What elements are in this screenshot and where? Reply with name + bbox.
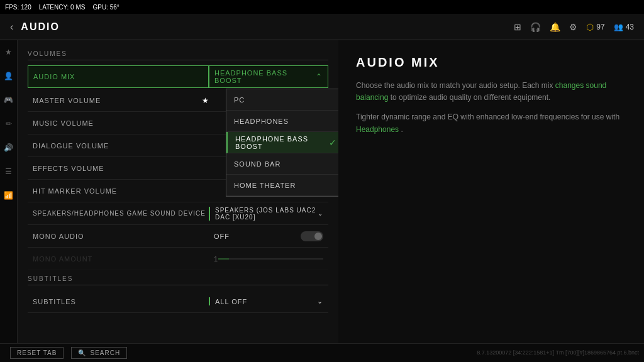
group-badge: 👥 43 xyxy=(614,23,634,31)
subtitles-section: SUBTITLES SUBTITLES ALL OFF ⌄ xyxy=(28,275,328,313)
mono-amount-label: MONO AMOUNT xyxy=(28,255,209,263)
battle-level: 97 xyxy=(596,23,604,31)
slider-fill xyxy=(218,258,229,260)
info-panel: AUDIO MIX Choose the audio mix to match … xyxy=(338,40,644,343)
mono-amount-slider[interactable] xyxy=(218,258,323,260)
gpu-stat: GPU: 56° xyxy=(92,4,119,11)
info-description-2: Tighter dynamic range and EQ with enhanc… xyxy=(356,111,626,135)
search-label: SEARCH xyxy=(90,349,120,356)
mono-audio-label: MONO AUDIO xyxy=(28,233,209,240)
sidebar-icon-list[interactable]: ☰ xyxy=(3,165,14,178)
info-link-2[interactable]: Headphones xyxy=(356,125,399,134)
music-volume-label: MUSIC VOLUME xyxy=(28,119,209,127)
sidebar-icons: ★ 👤 🎮 ✏ 🔊 ☰ 📶 xyxy=(0,40,18,343)
master-volume-star[interactable]: ★ xyxy=(202,96,209,105)
chevron-up-icon: ⌃ xyxy=(316,72,323,81)
selected-checkmark: ✓ xyxy=(329,138,337,148)
mono-amount-value: 1 xyxy=(209,255,328,263)
toggle-knob xyxy=(314,233,322,240)
notification-icon[interactable]: 🔔 xyxy=(550,22,560,32)
version-bar: 8.7.13200072 [34:222:1581+1] Tm [700][#]… xyxy=(472,343,644,362)
subtitles-value[interactable]: ALL OFF ⌄ xyxy=(209,297,328,305)
search-button[interactable]: 🔍 SEARCH xyxy=(71,347,127,359)
mono-amount-row[interactable]: MONO AMOUNT 1 xyxy=(28,248,328,270)
audio-mix-dropdown[interactable]: PC HEADPHONES HEADPHONE BASS BOOST ✓ SOU… xyxy=(226,89,338,197)
dropdown-item-headphones[interactable]: HEADPHONES xyxy=(226,111,338,132)
subtitles-label: SUBTITLES xyxy=(28,298,209,305)
info-description-1: Choose the audio mix to match your audio… xyxy=(356,80,626,104)
mono-audio-text: OFF xyxy=(214,233,230,240)
dropdown-item-headphone-bass-boost[interactable]: HEADPHONE BASS BOOST ✓ xyxy=(226,132,338,153)
sound-device-value[interactable]: SPEAKERS (JOS LABS UAC2 DAC [XU20] ⌄ xyxy=(209,207,328,221)
sound-device-chevron: ⌄ xyxy=(318,210,323,217)
battle-pass-badge: ⬡ 97 xyxy=(586,22,604,32)
subtitles-text: ALL OFF xyxy=(215,298,247,305)
group-icon: 👥 xyxy=(614,23,623,31)
subtitles-chevron: ⌄ xyxy=(317,297,323,305)
mono-audio-value: OFF xyxy=(209,231,328,241)
dropdown-item-sound-bar[interactable]: SOUND BAR xyxy=(226,153,338,175)
effects-volume-label: EFFECTS VOLUME xyxy=(28,165,209,172)
audio-mix-label: AUDIO MIX xyxy=(28,73,208,80)
audio-mix-row[interactable]: AUDIO MIX HEADPHONE BASS BOOST ⌃ PC HEAD… xyxy=(28,65,328,88)
battle-pass-icon: ⬡ xyxy=(586,22,594,32)
mono-amount-number: 1 xyxy=(214,255,218,263)
hit-marker-volume-label: HIT MARKER VOLUME xyxy=(28,187,209,195)
sound-device-text: SPEAKERS (JOS LABS UAC2 DAC [XU20] xyxy=(215,207,318,221)
topbar: FPS: 120 LATENCY: 0 MS GPU: 56° xyxy=(0,0,644,14)
dropdown-item-home-theater[interactable]: HOME THEATER xyxy=(226,175,338,196)
audio-mix-selected: HEADPHONE BASS BOOST xyxy=(214,69,316,84)
subtitles-section-label: SUBTITLES xyxy=(28,275,328,285)
reset-tab-button[interactable]: RESET TAB xyxy=(10,347,64,359)
mono-audio-row[interactable]: MONO AUDIO OFF xyxy=(28,225,328,248)
subtitles-row[interactable]: SUBTITLES ALL OFF ⌄ xyxy=(28,290,328,313)
headphone-icon[interactable]: 🎧 xyxy=(530,22,541,32)
sound-device-row[interactable]: SPEAKERS/HEADPHONES GAME SOUND DEVICE SP… xyxy=(28,202,328,225)
grid-icon[interactable]: ⊞ xyxy=(514,22,521,32)
header: ‹ AUDIO ⊞ 🎧 🔔 ⚙ ⬡ 97 👥 43 xyxy=(0,14,644,40)
sidebar-icon-controller[interactable]: 🎮 xyxy=(1,93,16,107)
sidebar-icon-star[interactable]: ★ xyxy=(3,45,14,59)
back-button[interactable]: ‹ xyxy=(10,21,13,33)
reset-tab-label: RESET TAB xyxy=(17,349,57,356)
dropdown-item-pc[interactable]: PC xyxy=(226,89,338,111)
sidebar-icon-speaker[interactable]: 🔊 xyxy=(1,141,16,155)
search-icon: 🔍 xyxy=(78,349,86,356)
audio-mix-value[interactable]: HEADPHONE BASS BOOST ⌃ xyxy=(208,66,328,87)
group-count: 43 xyxy=(626,23,634,31)
info-title: AUDIO MIX xyxy=(356,55,626,70)
sidebar-icon-person[interactable]: 👤 xyxy=(1,69,16,83)
fps-stat: FPS: 120 xyxy=(5,4,31,11)
settings-panel: VOLUMES AUDIO MIX HEADPHONE BASS BOOST ⌃… xyxy=(18,40,338,343)
master-volume-label: MASTER VOLUME xyxy=(28,97,202,104)
volumes-section-label: VOLUMES xyxy=(28,50,328,60)
sidebar-icon-edit[interactable]: ✏ xyxy=(3,117,14,131)
sidebar-icon-signal[interactable]: 📶 xyxy=(1,189,16,202)
sound-device-label: SPEAKERS/HEADPHONES GAME SOUND DEVICE xyxy=(28,210,209,217)
mono-audio-toggle[interactable] xyxy=(301,231,323,241)
latency-stat: LATENCY: 0 MS xyxy=(39,4,86,11)
main-layout: ★ 👤 🎮 ✏ 🔊 ☰ 📶 VOLUMES AUDIO MIX HEADPHON… xyxy=(0,40,644,343)
dialogue-volume-label: DIALOGUE VOLUME xyxy=(28,142,209,150)
version-text: 8.7.13200072 [34:222:1581+1] Tm [700][#]… xyxy=(477,349,639,356)
settings-icon[interactable]: ⚙ xyxy=(569,22,577,32)
bottom-bar: RESET TAB 🔍 SEARCH 8.7.13200072 [34:222:… xyxy=(0,343,644,362)
page-title: AUDIO xyxy=(21,21,60,33)
